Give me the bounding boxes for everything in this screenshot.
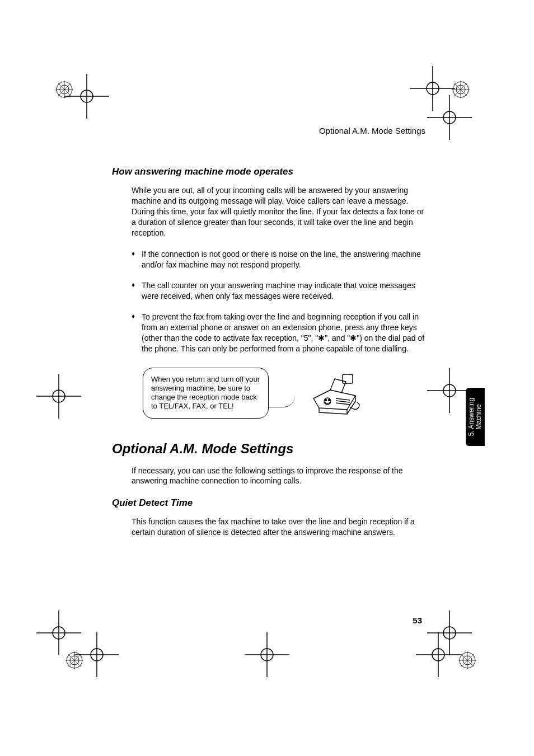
svg-line-52 (461, 654, 474, 666)
svg-point-24 (443, 384, 456, 397)
svg-point-6 (81, 90, 93, 102)
list-item: If the connection is not good or there i… (132, 249, 425, 270)
svg-point-48 (460, 652, 475, 668)
speech-bubble: When you return and turn off your answer… (143, 368, 269, 419)
svg-point-12 (453, 82, 469, 97)
svg-point-30 (67, 652, 82, 668)
list-item: The call counter on your answering machi… (132, 280, 425, 302)
svg-line-53 (461, 654, 474, 666)
svg-point-42 (443, 627, 456, 639)
svg-point-21 (53, 390, 65, 402)
section2-intro: If necessary, you can use the following … (132, 466, 425, 487)
svg-point-45 (432, 649, 444, 661)
fax-machine-icon (302, 368, 369, 418)
svg-line-4 (58, 83, 71, 96)
svg-point-56 (325, 400, 327, 401)
subheading-quiet-detect: Quiet Detect Time (112, 497, 425, 509)
svg-line-16 (455, 83, 467, 96)
svg-line-34 (68, 654, 81, 666)
svg-point-57 (329, 400, 330, 401)
svg-point-31 (70, 656, 79, 665)
svg-point-0 (57, 82, 72, 97)
svg-point-27 (53, 627, 65, 639)
running-header: Optional A.M. Mode Settings (112, 126, 425, 135)
intro-paragraph: While you are out, all of your incoming … (132, 185, 425, 238)
svg-line-17 (455, 83, 467, 96)
page-number: 53 (413, 616, 422, 625)
chapter-tab-label: 5. AnsweringMachine (468, 398, 483, 436)
chapter-tab: 5. AnsweringMachine (466, 388, 485, 446)
svg-point-18 (443, 111, 456, 124)
quiet-detect-paragraph: This function causes the fax machine to … (132, 516, 425, 538)
svg-point-49 (463, 656, 472, 665)
svg-point-1 (60, 85, 69, 94)
svg-point-9 (427, 82, 439, 95)
list-item: To prevent the fax from taking over the … (132, 312, 425, 354)
section-heading-how-operates: How answering machine mode operates (112, 166, 425, 177)
page-content: Optional A.M. Mode Settings How answerin… (112, 126, 425, 549)
svg-point-39 (261, 649, 273, 661)
svg-rect-54 (343, 374, 353, 383)
bullet-list: If the connection is not good or there i… (132, 249, 425, 354)
svg-line-5 (58, 83, 71, 96)
svg-point-36 (91, 649, 103, 661)
svg-line-35 (68, 654, 81, 666)
svg-point-13 (456, 85, 465, 94)
section-heading-optional-settings: Optional A.M. Mode Settings (112, 441, 425, 457)
note-row: When you return and turn off your answer… (143, 368, 425, 419)
